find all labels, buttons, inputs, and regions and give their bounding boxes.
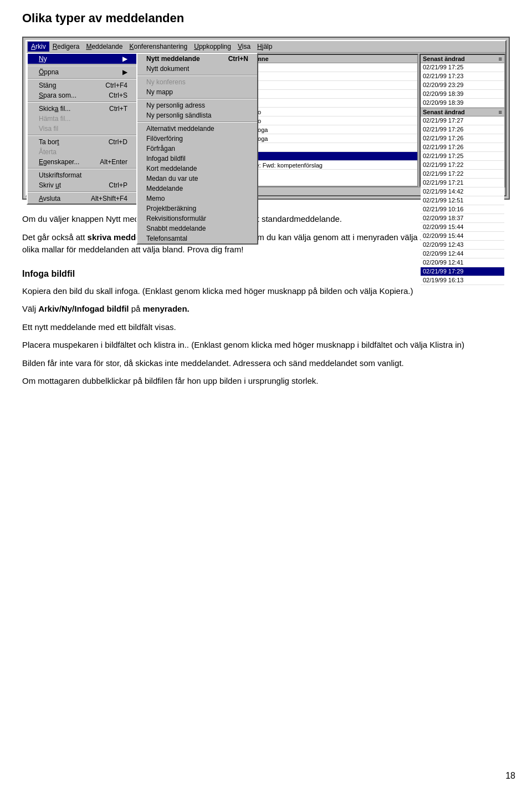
cell-info-1: info [250,108,418,116]
submenu-alternativt[interactable]: Alternativt meddelande [137,124,257,134]
menu-item-avsluta[interactable]: Avsluta Alt+Shift+F4 [28,194,136,204]
screenshot-container: Arkiv Redigera Meddelande Konferenshante… [22,37,510,200]
app-window: Arkiv Redigera Meddelande Konferenshante… [25,40,507,196]
submenu-forfrågan[interactable]: Förfrågan [137,144,257,154]
menu-item-aterta[interactable]: Återta [28,147,136,157]
para5: Ett nytt meddelande med ett bildfält vis… [22,321,510,334]
menu-item-skicka[interactable]: Skicka fil... Ctrl+T [28,104,136,114]
menu-item-utskriftsformat[interactable]: Utskriftsformat [28,170,136,180]
menu-konferens[interactable]: Konferenshantering [126,42,191,52]
submenu-projektberakning[interactable]: Projektberäkning [137,204,257,214]
menu-item-egenskaper[interactable]: Egenskaper... Alt+Enter [28,157,136,167]
menu-hjalp[interactable]: Hjälp [254,42,275,52]
submenu-ny-sandlista[interactable]: Ny personlig sändlista [137,110,257,120]
submenu-infogad-bildfil[interactable]: Infogad bildfil [137,154,257,164]
submenu-memo[interactable]: Memo [137,194,257,204]
menu-item-visa-fil[interactable]: Visa fil [28,124,136,134]
menu-item-hamta[interactable]: Hämta fil... [28,114,136,124]
submenu-ny-konferens[interactable]: Ny konferens [137,77,257,87]
submenu-meddelande[interactable]: Meddelande [137,184,257,194]
ny-submenu: Nytt meddelande Ctrl+N Nytt dokument Ny … [136,53,258,245]
submenu-telefonsamtal[interactable]: Telefonsamtal [137,233,257,243]
menu-item-skriv-ut[interactable]: Skriv ut Ctrl+P [28,180,136,190]
menu-visa[interactable]: Visa [234,42,254,52]
para3: Kopiera den bild du skall infoga. (Enkla… [22,285,510,298]
menu-uppkoppling[interactable]: Uppkoppling [191,42,234,52]
para6: Placera muspekaren i bildfältet och klis… [22,339,510,352]
submenu-nytt-dokument[interactable]: Nytt dokument [137,64,257,74]
menu-item-stang[interactable]: Stäng Ctrl+F4 [28,80,136,90]
submenu-filoverföring[interactable]: Filöverföring [137,134,257,144]
page-title: Olika typer av meddelanden [22,11,510,26]
para8: Om mottagaren dubbelklickar på bildfilen… [22,375,510,388]
arkiv-dropdown: Ny ▶ Öppna ▶ Stäng Ctrl+F4 Spara som... … [27,53,137,205]
menubar: Arkiv Redigera Meddelande Konferenshante… [27,41,505,53]
menu-item-spara[interactable]: Spara som... Ctrl+S [28,90,136,100]
submenu-medan[interactable]: Medan du var ute [137,174,257,184]
menu-item-oppna[interactable]: Öppna ▶ [28,67,136,77]
submenu-ny-personlig-adress[interactable]: Ny personlig adress [137,100,257,110]
para7: Bilden får inte vara för stor, då skicka… [22,357,510,370]
submenu-snabbt[interactable]: Snabbt meddelande [137,224,257,233]
para4: Välj Arkiv/Ny/Infogad bildfil på menyrad… [22,303,510,316]
submenu-kort-meddelande[interactable]: Kort meddelande [137,164,257,174]
page-number: 18 [505,771,515,781]
submenu-rekvisitionsformular[interactable]: Rekvisitionsformulär [137,214,257,224]
menu-item-tabort[interactable]: Ta bort Ctrl+D [28,137,136,147]
menu-redigera[interactable]: Redigera [49,42,83,52]
cell-info-2: info [250,117,418,125]
menu-arkiv[interactable]: Arkiv [28,42,49,52]
col-subject: Ämne [250,55,417,63]
date-panel: Senast ändrad ≡ 02/21/99 17:25 02/21/99 … [420,54,505,187]
submenu-ny-mapp[interactable]: Ny mapp [137,87,257,97]
menu-meddelande[interactable]: Meddelande [83,42,126,52]
submenu-nytt-meddelande[interactable]: Nytt meddelande Ctrl+N [137,54,257,64]
menu-item-ny[interactable]: Ny ▶ [28,54,136,64]
